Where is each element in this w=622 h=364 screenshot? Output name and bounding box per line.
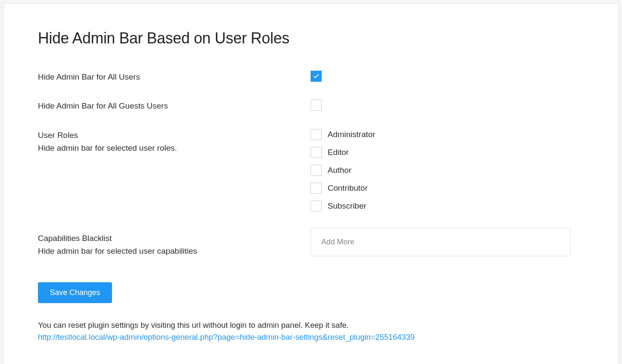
checkbox-hide-all-guests[interactable] [311, 100, 322, 111]
label-col: User Roles Hide admin bar for selected u… [38, 129, 311, 155]
row-user-roles: User Roles Hide admin bar for selected u… [38, 129, 584, 212]
label-hide-all-guests: Hide Admin Bar for All Guests Users [38, 100, 311, 112]
checkbox-hide-all-users[interactable] [311, 71, 322, 82]
capabilities-input[interactable] [311, 228, 570, 256]
row-hide-all-users: Hide Admin Bar for All Users [38, 71, 584, 83]
control-col: Administrator Editor Author Contributor [311, 129, 584, 212]
checkbox-role-subscriber[interactable] [311, 201, 322, 212]
role-label-author: Author [328, 166, 351, 175]
page-title: Hide Admin Bar Based on User Roles [38, 29, 584, 47]
control-col [311, 228, 584, 256]
role-item: Subscriber [311, 201, 584, 212]
role-label-subscriber: Subscriber [328, 201, 366, 211]
role-label-editor: Editor [328, 148, 349, 157]
label-capabilities: Capabilities Blacklist [38, 232, 311, 245]
check-icon [313, 73, 320, 80]
role-label-contributor: Contributor [328, 183, 368, 193]
checkbox-role-editor[interactable] [311, 147, 322, 158]
label-user-roles: User Roles [38, 129, 311, 142]
role-item: Contributor [311, 183, 584, 194]
save-changes-button[interactable]: Save Changes [38, 282, 112, 303]
reset-instructions: You can reset plugin settings by visitin… [38, 319, 584, 332]
role-item: Editor [311, 147, 584, 158]
reset-url-link[interactable]: http://testlocal.local/wp-admin/options-… [38, 332, 415, 341]
role-item: Author [311, 165, 584, 176]
label-col: Hide Admin Bar for All Guests Users [38, 100, 311, 112]
role-item: Administrator [311, 129, 584, 140]
checkbox-role-contributor[interactable] [311, 183, 322, 194]
label-col: Capabilities Blacklist Hide admin bar fo… [38, 228, 311, 258]
label-col: Hide Admin Bar for All Users [38, 71, 311, 83]
control-col [311, 100, 584, 112]
label-hide-all-users: Hide Admin Bar for All Users [38, 71, 311, 83]
role-label-administrator: Administrator [328, 130, 375, 139]
row-hide-all-guests: Hide Admin Bar for All Guests Users [38, 100, 584, 112]
settings-panel: Hide Admin Bar Based on User Roles Hide … [3, 3, 619, 364]
checkbox-role-administrator[interactable] [311, 129, 322, 140]
control-col [311, 71, 584, 82]
checkbox-role-author[interactable] [311, 165, 322, 176]
description-user-roles: Hide admin bar for selected user roles. [38, 142, 311, 154]
row-capabilities: Capabilities Blacklist Hide admin bar fo… [38, 228, 584, 258]
description-capabilities: Hide admin bar for selected user capabil… [38, 245, 311, 257]
